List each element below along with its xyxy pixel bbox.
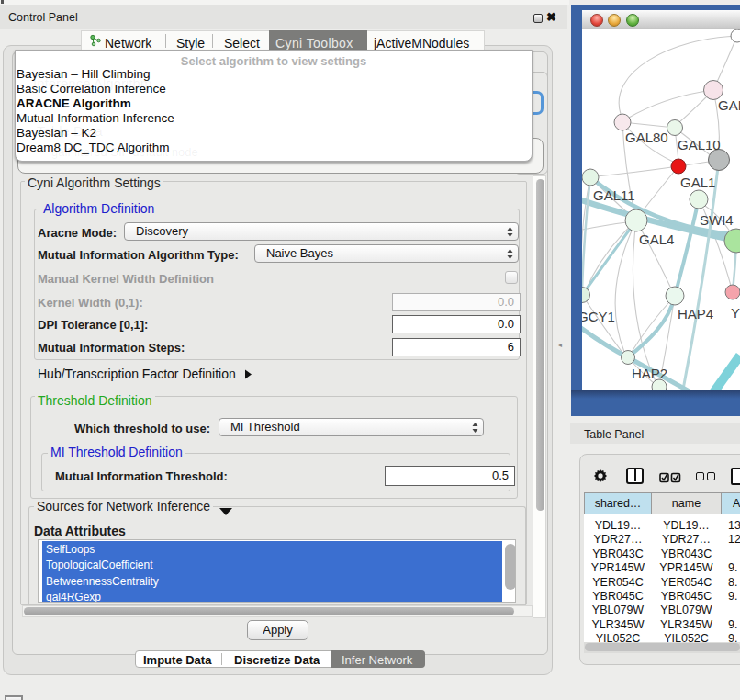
- svg-text:HAP4: HAP4: [678, 306, 713, 322]
- svg-text:GAL1: GAL1: [680, 175, 715, 190]
- svg-text:GAL11: GAL11: [593, 187, 635, 203]
- svg-text:SWI4: SWI4: [700, 212, 734, 228]
- svg-text:GAL4: GAL4: [639, 231, 674, 247]
- svg-text:GAL10: GAL10: [678, 137, 721, 152]
- svg-text:GAL80: GAL80: [625, 130, 668, 145]
- svg-text:HAP2: HAP2: [632, 366, 667, 381]
- svg-text:GAL7: GAL7: [718, 97, 740, 113]
- svg-text:GCY1: GCY1: [582, 309, 615, 324]
- svg-text:Y: Y: [731, 305, 740, 321]
